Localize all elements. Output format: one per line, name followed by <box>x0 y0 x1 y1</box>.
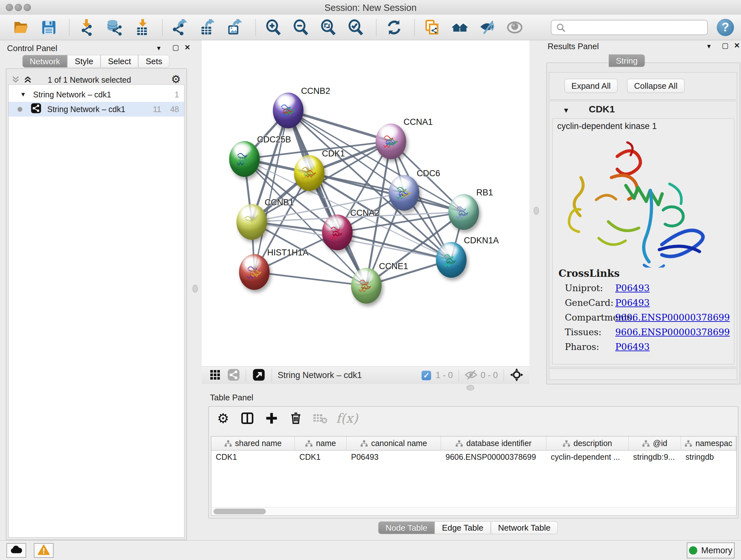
node-label-CDK1: CDK1 <box>322 149 345 159</box>
grid-view-icon[interactable] <box>209 369 221 382</box>
status-bar: Memory <box>0 540 741 560</box>
control-panel-float-icon[interactable]: ▢ <box>172 44 179 52</box>
add-column-icon[interactable] <box>263 410 280 427</box>
import-network-from-database-button[interactable] <box>105 18 124 37</box>
tab-node-table[interactable]: Node Table <box>378 521 434 534</box>
string-protein-query-button[interactable] <box>451 18 469 37</box>
collapse-all-button[interactable]: Collapse All <box>627 79 684 93</box>
crosslink-value-link[interactable]: 9606.ENSP00000378699 <box>615 327 730 337</box>
collection-expand-caret-icon[interactable]: ▼ <box>20 91 26 98</box>
zoom-out-button[interactable] <box>292 18 310 37</box>
fit-selected-crosshair-icon[interactable] <box>510 368 524 383</box>
expand-all-button[interactable]: Expand All <box>564 79 617 93</box>
gene-section: ▼ CDK1 cyclin-dependent kinase 1 <box>549 101 737 367</box>
column-header-name[interactable]: name <box>295 436 347 450</box>
crosslink-value-link[interactable]: 9606.ENSP00000378699 <box>615 312 730 323</box>
results-panel-menu-caret-icon[interactable]: ▾ <box>707 42 711 51</box>
tab-sets[interactable]: Sets <box>138 55 170 68</box>
toolbar-separator <box>414 19 415 36</box>
refresh-network-view-button[interactable] <box>385 18 403 37</box>
network-node-CCNA1[interactable] <box>376 124 406 159</box>
column-header-database-identifier[interactable]: database identifier <box>441 436 546 450</box>
network-row-selected[interactable]: String Network – cdk1 11 48 <box>9 102 184 117</box>
crosslinks-list: Uniprot:P06493GeneCard:P06493Compartment… <box>553 283 734 363</box>
column-header-@id[interactable]: @id <box>629 436 681 450</box>
import-network-from-file-button[interactable] <box>78 18 96 37</box>
tab-string-results[interactable]: String <box>609 54 645 67</box>
open-session-button[interactable] <box>12 18 30 37</box>
birds-eye-view-toggle-icon[interactable] <box>252 368 266 383</box>
network-node-CCNB2[interactable] <box>273 92 304 128</box>
toolbar-separator <box>162 19 163 36</box>
show-all-button[interactable] <box>506 18 524 37</box>
collection-label: String Network – cdk1 <box>33 90 111 99</box>
toolbar-separator <box>255 19 256 36</box>
gene-section-caret-icon[interactable]: ▼ <box>562 106 569 115</box>
network-node-CDK1[interactable] <box>294 155 325 191</box>
network-selection-status: 1 of 1 Network selected <box>6 75 172 84</box>
tab-style[interactable]: Style <box>67 55 100 68</box>
network-node-CCNB1[interactable] <box>237 204 267 240</box>
network-node-CDC6[interactable] <box>389 175 419 211</box>
zoom-in-button[interactable] <box>264 18 283 37</box>
clone-network-button[interactable] <box>423 18 442 37</box>
delete-column-trash-icon[interactable] <box>287 410 304 427</box>
zoom-fit-content-button[interactable] <box>319 18 338 37</box>
results-panel-float-icon[interactable]: ▢ <box>722 42 729 50</box>
tab-network-table[interactable]: Network Table <box>491 521 558 534</box>
network-list-options-gear-icon[interactable]: ⚙ <box>171 73 181 85</box>
network-node-CCNA2[interactable] <box>322 214 353 250</box>
right-splitter-handle[interactable] <box>534 207 539 214</box>
network-node-RB1[interactable] <box>448 194 479 230</box>
column-header-shared-name[interactable]: shared name <box>211 436 295 450</box>
table-options-gear-icon[interactable]: ⚙ <box>215 410 231 427</box>
crosslink-value-link[interactable]: P06493 <box>615 341 650 352</box>
cloud-status-button[interactable] <box>6 543 26 558</box>
hidden-node-edge-count: 0 - 0 <box>481 370 498 380</box>
results-panel-close-icon[interactable]: ✕ <box>734 42 740 50</box>
collection-count: 1 <box>175 90 179 99</box>
network-node-CCNE1[interactable] <box>351 268 382 304</box>
zoom-selected-button[interactable] <box>347 18 365 37</box>
network-canvas[interactable]: CCNB2CCNA1CDC25BCDK1CDC6RB1CCNB1CCNA2CDK… <box>202 40 529 366</box>
table-hscrollbar-track[interactable] <box>211 507 736 516</box>
control-panel-menu-caret-icon[interactable]: ▾ <box>157 44 160 52</box>
show-columns-icon[interactable] <box>239 410 256 427</box>
tab-network[interactable]: Network <box>22 55 67 68</box>
cloud-icon <box>10 545 23 556</box>
warning-status-button[interactable] <box>34 543 54 558</box>
cytoscape-window: Session: New Session ? Control Panel ▾ ▢… <box>0 0 741 560</box>
network-share-view-icon[interactable] <box>227 368 240 382</box>
node-label-CCNA1: CCNA1 <box>404 117 433 127</box>
left-splitter-handle[interactable] <box>192 285 198 293</box>
bottom-splitter-handle[interactable] <box>467 385 474 390</box>
help-button[interactable]: ? <box>717 19 734 36</box>
column-header-description[interactable]: description <box>546 436 629 450</box>
hide-selected-button[interactable] <box>478 18 496 37</box>
memory-status-dot-icon <box>689 546 697 555</box>
column-header-canonical-name[interactable]: canonical name <box>347 436 441 450</box>
network-node-CDKN1A[interactable] <box>436 242 467 278</box>
tab-edge-table[interactable]: Edge Table <box>434 521 491 534</box>
network-node-CDC25B[interactable] <box>229 141 260 177</box>
crosslink-value-link[interactable]: P06493 <box>615 298 650 308</box>
tab-select[interactable]: Select <box>100 55 138 68</box>
export-image-button[interactable] <box>226 18 245 37</box>
table-hscrollbar-thumb[interactable] <box>213 509 266 514</box>
save-session-button[interactable] <box>40 18 58 37</box>
memory-button[interactable]: Memory <box>687 543 735 558</box>
table-row[interactable]: CDK1CDK1P064939606.ENSP00000378699cyclin… <box>211 450 736 463</box>
export-table-button[interactable] <box>199 18 217 37</box>
search-input[interactable] <box>551 20 708 35</box>
results-panel-title: Results Panel <box>548 42 599 51</box>
control-panel-close-icon[interactable]: ✕ <box>185 44 190 52</box>
control-panel: Control Panel ▾ ▢ ✕ NetworkStyleSelectSe… <box>4 42 189 539</box>
crosslink-value-link[interactable]: P06493 <box>615 283 650 294</box>
column-header-namespac[interactable]: namespac <box>681 436 736 450</box>
export-network-button[interactable] <box>171 18 190 37</box>
node-label-CDC6: CDC6 <box>417 169 441 179</box>
selected-nodes-checkbox[interactable]: ✓ <box>421 371 431 380</box>
network-node-HIST1H1A[interactable] <box>239 254 270 290</box>
import-table-from-file-button[interactable] <box>133 18 151 37</box>
network-collection-row[interactable]: ▼ String Network – cdk1 1 <box>9 87 184 102</box>
